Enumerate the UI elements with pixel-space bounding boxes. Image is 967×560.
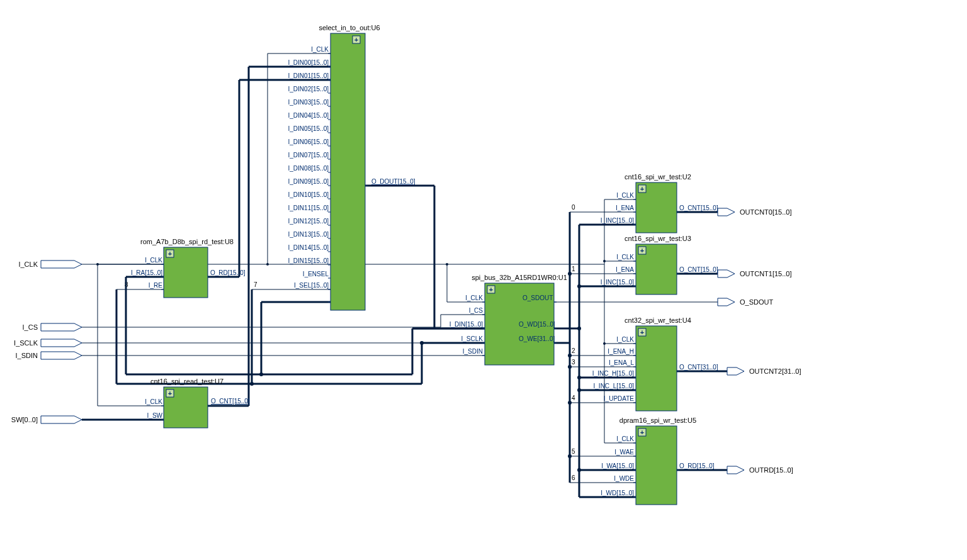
bus-index-3: 3 xyxy=(572,359,575,366)
svg-text:I_CS: I_CS xyxy=(469,307,484,314)
net-label-u7-ocnt: O_CNT[15..0] xyxy=(211,398,250,405)
svg-text:I_DIN11[15..0]: I_DIN11[15..0] xyxy=(288,204,329,211)
svg-text:dpram16_spi_wr_test:U5: dpram16_spi_wr_test:U5 xyxy=(619,417,696,424)
svg-text:I_DIN12[15..0]: I_DIN12[15..0] xyxy=(288,218,329,225)
svg-marker-104 xyxy=(41,352,82,359)
svg-marker-116 xyxy=(727,466,744,474)
svg-text:I_DIN15[15..0]: I_DIN15[15..0] xyxy=(288,257,329,264)
block-u3[interactable]: cnt16_spi_wr_test:U3 + I_CLK I_ENA I_INC… xyxy=(601,235,718,294)
svg-point-46 xyxy=(577,284,581,288)
bus-index-1: 1 xyxy=(572,266,575,272)
port-sw: SW[0..0] xyxy=(11,416,82,423)
svg-text:O_RD[15..0]: O_RD[15..0] xyxy=(679,462,715,469)
svg-text:I_DIN13[15..0]: I_DIN13[15..0] xyxy=(288,231,329,238)
svg-point-70 xyxy=(420,341,424,345)
svg-text:select_in_to_out:U6: select_in_to_out:U6 xyxy=(319,24,380,31)
svg-text:I_DIN01[15..0]: I_DIN01[15..0] xyxy=(288,72,329,79)
svg-text:I_INC_H[15..0]: I_INC_H[15..0] xyxy=(592,370,634,377)
expand-icon[interactable]: + xyxy=(640,428,644,436)
svg-text:I_CLK: I_CLK xyxy=(18,260,38,268)
svg-point-87 xyxy=(259,372,263,376)
svg-text:I_RA[15..0]: I_RA[15..0] xyxy=(131,269,162,276)
block-u1[interactable]: spi_bus_32b_A15RD1WR0:U1 + I_CLK I_CS I_… xyxy=(450,274,567,365)
svg-text:I_ENA_L: I_ENA_L xyxy=(609,359,634,366)
svg-text:I_CS: I_CS xyxy=(23,323,38,331)
expand-icon[interactable]: + xyxy=(168,250,172,257)
expand-icon[interactable]: + xyxy=(640,328,644,336)
svg-text:OUTCNT2[31..0]: OUTCNT2[31..0] xyxy=(749,367,801,375)
svg-text:cnt16_spi_wr_test:U2: cnt16_spi_wr_test:U2 xyxy=(625,173,691,181)
svg-text:O_CNT[31..0]: O_CNT[31..0] xyxy=(679,364,718,371)
svg-text:I_DIN14[15..0]: I_DIN14[15..0] xyxy=(288,244,329,251)
svg-marker-106 xyxy=(41,416,82,423)
svg-text:I_ENA: I_ENA xyxy=(616,266,634,273)
svg-text:I_CLK: I_CLK xyxy=(465,294,483,301)
svg-text:cnt16_spi_read_test:U7: cnt16_spi_read_test:U7 xyxy=(150,378,223,385)
svg-text:I_SDIN: I_SDIN xyxy=(16,352,38,359)
svg-text:I_SCLK: I_SCLK xyxy=(461,335,484,342)
svg-text:I_DIN09[15..0]: I_DIN09[15..0] xyxy=(288,178,329,185)
svg-text:rom_A7b_D8b_spi_rd_test:U8: rom_A7b_D8b_spi_rd_test:U8 xyxy=(140,238,234,245)
expand-icon[interactable]: + xyxy=(354,36,358,43)
svg-text:I_INC_L[15..0]: I_INC_L[15..0] xyxy=(594,383,635,389)
bus-index-0: 0 xyxy=(572,204,575,211)
svg-text:I_DIN00[15..0]: I_DIN00[15..0] xyxy=(288,59,329,66)
expand-icon[interactable]: + xyxy=(640,247,644,254)
block-u5[interactable]: dpram16_spi_wr_test:U5 + I_CLK I_WAE I_W… xyxy=(601,417,715,505)
svg-text:I_CLK: I_CLK xyxy=(616,435,634,442)
svg-text:I_UPDATE: I_UPDATE xyxy=(604,395,634,402)
svg-marker-102 xyxy=(41,339,82,347)
port-i-clk: I_CLK xyxy=(18,260,82,268)
svg-text:I_SEL[15..0]: I_SEL[15..0] xyxy=(294,282,329,289)
svg-text:I_SDIN: I_SDIN xyxy=(463,348,483,355)
svg-text:I_INC[15..0]: I_INC[15..0] xyxy=(601,279,635,286)
svg-text:SW[0..0]: SW[0..0] xyxy=(11,416,38,423)
svg-text:I_INC[15..0]: I_INC[15..0] xyxy=(601,217,635,224)
svg-text:I_WD[15..0]: I_WD[15..0] xyxy=(601,490,634,496)
svg-text:O_CNT[15..0]: O_CNT[15..0] xyxy=(679,266,718,273)
svg-text:I_DIN02[15..0]: I_DIN02[15..0] xyxy=(288,86,329,92)
svg-text:O_CNT[15..0]: O_CNT[15..0] xyxy=(679,204,718,211)
block-u2[interactable]: cnt16_spi_wr_test:U2 + I_CLK I_ENA I_INC… xyxy=(601,173,718,233)
svg-text:I_ENSEL: I_ENSEL xyxy=(303,271,329,277)
svg-text:O_SDOUT: O_SDOUT xyxy=(740,298,773,306)
svg-text:I_DIN07[15..0]: I_DIN07[15..0] xyxy=(288,152,329,159)
svg-text:spi_bus_32b_A15RD1WR0:U1: spi_bus_32b_A15RD1WR0:U1 xyxy=(472,274,567,281)
port-outcnt0: OUTCNT0[15..0] xyxy=(718,208,792,216)
svg-marker-110 xyxy=(718,270,735,277)
svg-text:I_DIN[15..0]: I_DIN[15..0] xyxy=(450,321,484,328)
svg-text:O_WD[15..0]: O_WD[15..0] xyxy=(519,321,555,328)
svg-text:O_SDOUT: O_SDOUT xyxy=(523,294,553,301)
svg-text:I_DIN05[15..0]: I_DIN05[15..0] xyxy=(288,125,329,132)
bus-index-4: 4 xyxy=(572,395,575,401)
block-u4[interactable]: cnt32_spi_wr_test:U4 + I_CLK I_ENA_H I_E… xyxy=(592,316,718,411)
svg-text:OUTCNT0[15..0]: OUTCNT0[15..0] xyxy=(740,208,792,216)
svg-text:I_CLK: I_CLK xyxy=(311,46,329,53)
svg-text:I_WDE: I_WDE xyxy=(614,475,634,482)
svg-text:I_CLK: I_CLK xyxy=(616,192,634,199)
svg-marker-98 xyxy=(41,260,82,268)
svg-text:I_RE: I_RE xyxy=(149,282,163,289)
svg-marker-100 xyxy=(41,323,82,331)
svg-text:cnt32_spi_wr_test:U4: cnt32_spi_wr_test:U4 xyxy=(625,316,691,324)
svg-text:I_DIN04[15..0]: I_DIN04[15..0] xyxy=(288,112,329,119)
svg-text:I_CLK: I_CLK xyxy=(616,336,634,343)
svg-text:I_DIN03[15..0]: I_DIN03[15..0] xyxy=(288,99,329,106)
bus-index-5: 5 xyxy=(572,448,575,455)
bus-index-2: 2 xyxy=(572,347,575,354)
svg-point-75 xyxy=(250,382,254,386)
svg-text:I_CLK: I_CLK xyxy=(616,254,634,260)
expand-icon[interactable]: + xyxy=(489,286,493,293)
port-i-cs: I_CS xyxy=(23,323,82,331)
expand-icon[interactable]: + xyxy=(640,185,644,193)
net-label-odout: O_DOUT[15..0] xyxy=(371,178,416,185)
svg-text:O_WE[31..0]: O_WE[31..0] xyxy=(519,335,555,342)
port-o-sdout: O_SDOUT xyxy=(718,298,773,306)
svg-marker-108 xyxy=(718,208,735,216)
svg-text:OUTRD[15..0]: OUTRD[15..0] xyxy=(749,466,793,474)
expand-icon[interactable]: + xyxy=(168,389,172,397)
port-i-sclk: I_SCLK xyxy=(14,339,82,347)
block-u8[interactable]: rom_A7b_D8b_spi_rd_test:U8 + I_CLK I_RA[… xyxy=(131,238,246,298)
svg-text:I_DIN10[15..0]: I_DIN10[15..0] xyxy=(288,191,329,198)
svg-rect-239 xyxy=(636,426,677,505)
